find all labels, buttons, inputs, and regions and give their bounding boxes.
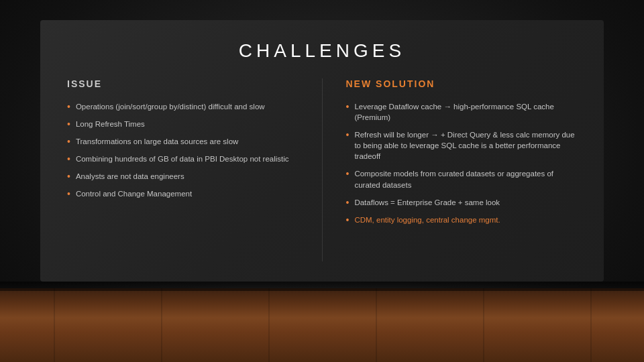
issue-column: ISSUE • Operations (join/sort/group by/d…	[67, 78, 299, 261]
title-section: CHALLENGES	[67, 40, 577, 62]
list-item: • Operations (join/sort/group by/distinc…	[67, 101, 299, 112]
list-item: • Long Refresh Times	[67, 119, 299, 129]
bullet-icon: •	[346, 215, 350, 225]
solution-header: NEW SOLUTION	[346, 78, 578, 89]
bullet-icon: •	[346, 198, 350, 207]
list-item: • Composite models from curated datasets…	[346, 168, 578, 190]
page-title: CHALLENGES	[67, 40, 577, 62]
issue-header: ISSUE	[67, 78, 299, 89]
bullet-text: Refresh will be longer → + Direct Query …	[354, 129, 577, 162]
floor	[0, 288, 644, 362]
list-item: • Combining hundreds of GB of data in PB…	[67, 154, 299, 164]
list-item: • Refresh will be longer → + Direct Quer…	[346, 129, 578, 162]
list-item: • Dataflows = Enterprise Grade + same lo…	[346, 197, 578, 208]
bullet-text: Control and Change Management	[76, 188, 192, 199]
bullet-icon: •	[67, 137, 70, 146]
bullet-icon: •	[346, 102, 350, 111]
bullet-text: Long Refresh Times	[76, 119, 145, 129]
bullet-icon: •	[67, 172, 70, 181]
solution-list: • Leverage Dataflow cache → high-perform…	[346, 101, 578, 225]
bullet-icon: •	[67, 154, 70, 164]
bullet-icon: •	[346, 169, 350, 178]
column-divider	[322, 78, 323, 261]
list-item: • Transformations on large data sources …	[67, 136, 299, 147]
bullet-text: Dataflows = Enterprise Grade + same look	[354, 197, 500, 208]
bullet-icon: •	[67, 102, 70, 111]
slide: CHALLENGES ISSUE • Operations (join/sort…	[40, 20, 604, 282]
bullet-text: Transformations on large data sources ar…	[76, 136, 238, 147]
bullet-icon: •	[346, 130, 350, 139]
bullet-text: CDM, entity logging, central change mgmt…	[354, 215, 500, 225]
issue-list: • Operations (join/sort/group by/distinc…	[67, 101, 299, 200]
list-item: • Leverage Dataflow cache → high-perform…	[346, 101, 578, 123]
list-item: • Control and Change Management	[67, 188, 299, 199]
bullet-icon: •	[67, 189, 70, 198]
bullet-text: Operations (join/sort/group by/distinct)…	[76, 101, 265, 112]
list-item: • CDM, entity logging, central change mg…	[346, 215, 578, 225]
bullet-text: Analysts are not data engineers	[76, 171, 184, 182]
content-area: ISSUE • Operations (join/sort/group by/d…	[67, 78, 577, 261]
solution-column: NEW SOLUTION • Leverage Dataflow cache →…	[346, 78, 578, 261]
bullet-text: Leverage Dataflow cache → high-performan…	[354, 101, 577, 123]
bullet-text: Composite models from curated datasets o…	[354, 168, 577, 190]
bullet-icon: •	[67, 119, 70, 129]
bullet-text: Combining hundreds of GB of data in PBI …	[76, 154, 289, 164]
list-item: • Analysts are not data engineers	[67, 171, 299, 182]
